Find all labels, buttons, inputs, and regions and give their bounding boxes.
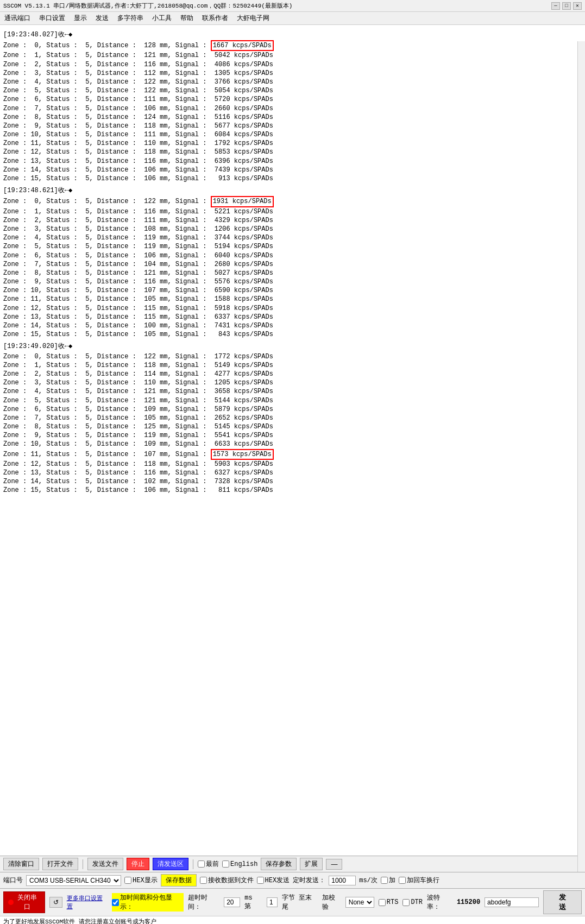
menu-multistring[interactable]: 多字符串 xyxy=(115,13,146,23)
stop-button[interactable]: 停止 xyxy=(127,858,149,870)
timeout-input[interactable] xyxy=(224,897,240,907)
timestamp-label[interactable]: 加时间戳和分包显示： xyxy=(112,893,184,912)
timeout-unit: ms 第 xyxy=(244,894,262,911)
zone-9-line-2: Zone : 9, Status : 5, Distance : 116 mm,… xyxy=(3,277,582,286)
zone-9-line-1: Zone : 9, Status : 5, Distance : 118 mm,… xyxy=(3,122,582,130)
zone-2-line-2: Zone : 2, Status : 5, Distance : 111 mm,… xyxy=(3,216,582,225)
last-checkbox[interactable] xyxy=(198,860,205,868)
english-checkbox[interactable] xyxy=(222,860,229,868)
main-wrapper: [19:23:48.027]收←◆ Zone : 0, Status : 5, … xyxy=(0,25,585,856)
menu-contact[interactable]: 联系作者 xyxy=(200,13,230,23)
menu-daxia[interactable]: 大虾电子网 xyxy=(235,13,272,23)
maximize-button[interactable]: □ xyxy=(562,2,571,10)
minimize-button[interactable]: — xyxy=(551,2,560,10)
timestamp-1: [19:23:48.027]收←◆ xyxy=(3,30,582,39)
add-newline-checkbox[interactable] xyxy=(399,877,406,884)
open-file-button[interactable]: 打开文件 xyxy=(42,858,78,870)
zone-1-line-2: Zone : 1, Status : 5, Distance : 116 mm,… xyxy=(3,207,582,216)
main-content[interactable]: [19:23:48.027]收←◆ Zone : 0, Status : 5, … xyxy=(0,25,585,856)
promo-row: 为了更好地发展SSCOM软件 请您注册嘉立创账号成为客户 xyxy=(0,916,585,924)
zone-13-line-2: Zone : 13, Status : 5, Distance : 115 mm… xyxy=(3,313,582,321)
save-data-button[interactable]: 保存数据 xyxy=(161,874,197,887)
add-counter-text: 加 xyxy=(389,876,395,885)
title-bar: SSCOM V5.13.1 串口/网络数据调试器,作者:大虾丁丁,2618058… xyxy=(0,0,585,12)
scrollbar[interactable] xyxy=(577,41,585,872)
dtr-text: DTR xyxy=(411,898,423,906)
last-label: 最前 xyxy=(206,859,219,869)
byte-unit: 字节 至末尾 xyxy=(282,893,318,912)
rts-checkbox[interactable] xyxy=(379,899,386,906)
circle-icon xyxy=(8,900,14,905)
zone-3-line-2: Zone : 3, Status : 5, Distance : 108 mm,… xyxy=(3,225,582,233)
zone-4-line-1: Zone : 4, Status : 5, Distance : 122 mm,… xyxy=(3,78,582,86)
close-port-label: 关闭串口 xyxy=(15,893,40,912)
menu-tools[interactable]: 小工具 xyxy=(150,13,174,23)
send-input-field[interactable] xyxy=(485,897,539,907)
rts-label[interactable]: RTS xyxy=(379,898,399,906)
zone-13-line-1: Zone : 13, Status : 5, Distance : 116 mm… xyxy=(3,157,582,166)
recv-to-file-label[interactable]: 接收数据到文件 xyxy=(200,876,254,885)
hex-display-checkbox[interactable] xyxy=(124,877,131,884)
dtr-checkbox[interactable] xyxy=(402,899,410,906)
close-button[interactable]: ✕ xyxy=(573,2,582,10)
menu-send[interactable]: 发送 xyxy=(93,13,111,23)
zone-8-line-1: Zone : 8, Status : 5, Distance : 124 mm,… xyxy=(3,113,582,122)
add-newline-text: 加回车换行 xyxy=(407,876,439,885)
save-params-button[interactable]: 保存参数 xyxy=(261,858,297,870)
hex-send-label[interactable]: HEX发送 xyxy=(257,876,290,885)
send-button[interactable]: 发 送 xyxy=(543,890,582,914)
collapse-button[interactable]: — xyxy=(326,859,342,870)
zone-6-line-1: Zone : 6, Status : 5, Distance : 111 mm,… xyxy=(3,95,582,104)
zone-0-line-3: Zone : 0, Status : 5, Distance : 122 mm,… xyxy=(3,352,582,361)
dtr-label[interactable]: DTR xyxy=(402,898,423,906)
menu-comm-port[interactable]: 通讯端口 xyxy=(2,13,33,23)
rts-text: RTS xyxy=(387,898,399,906)
send-file-button[interactable]: 发送文件 xyxy=(87,858,123,870)
clear-window-button[interactable]: 清除窗口 xyxy=(3,858,39,870)
zone-5-line-2: Zone : 5, Status : 5, Distance : 119 mm,… xyxy=(3,242,582,251)
baud-label: 波特率： xyxy=(427,893,452,912)
menu-display[interactable]: 显示 xyxy=(72,13,89,23)
hex-send-checkbox[interactable] xyxy=(257,877,264,884)
signal-highlighted-3: 1573 kcps/SPADs xyxy=(211,449,274,460)
timestamp-3: [19:23:49.020]收←◆ xyxy=(3,342,582,351)
byte-input[interactable] xyxy=(267,897,278,907)
hex-display-label[interactable]: HEX显示 xyxy=(124,876,158,885)
english-checkbox-label[interactable]: English xyxy=(222,860,257,868)
add-counter-checkbox[interactable] xyxy=(381,877,388,884)
add-newline-label[interactable]: 加回车换行 xyxy=(399,876,439,885)
window-controls: — □ ✕ xyxy=(551,2,582,10)
zone-12-line-1: Zone : 12, Status : 5, Distance : 118 mm… xyxy=(3,148,582,156)
zone-3-line-3: Zone : 3, Status : 5, Distance : 110 mm,… xyxy=(3,378,582,387)
send-area-button[interactable]: 清发送区 xyxy=(153,858,188,870)
close-port-button[interactable]: 关闭串口 xyxy=(3,891,45,913)
zone-6-line-3: Zone : 6, Status : 5, Distance : 109 mm,… xyxy=(3,405,582,414)
zone-0-line-2: Zone : 0, Status : 5, Distance : 122 mm,… xyxy=(3,196,582,207)
zone-4-line-3: Zone : 4, Status : 5, Distance : 121 mm,… xyxy=(3,387,582,396)
expand-button[interactable]: 扩展 xyxy=(300,858,323,870)
rts-row: 关闭串口 ↺ 更多串口设置置 加时间戳和分包显示： 超时时间： ms 第 字节 … xyxy=(0,888,585,916)
menu-serial-settings[interactable]: 串口设置 xyxy=(37,13,67,23)
zone-15-line-2: Zone : 15, Status : 5, Distance : 105 mm… xyxy=(3,330,582,339)
last-checkbox-label[interactable]: 最前 xyxy=(198,859,219,869)
add-counter-label[interactable]: 加 xyxy=(381,876,395,885)
zone-12-line-2: Zone : 12, Status : 5, Distance : 115 mm… xyxy=(3,304,582,313)
zone-15-line-3: Zone : 15, Status : 5, Distance : 106 mm… xyxy=(3,486,582,495)
zone-14-line-2: Zone : 14, Status : 5, Distance : 100 mm… xyxy=(3,321,582,330)
timestamp-checkbox[interactable] xyxy=(112,899,119,906)
zone-5-line-3: Zone : 5, Status : 5, Distance : 121 mm,… xyxy=(3,396,582,405)
menu-help[interactable]: 帮助 xyxy=(178,13,196,23)
timed-value-input[interactable] xyxy=(329,876,356,885)
signal-highlighted-2: 1931 kcps/SPADs xyxy=(211,196,274,207)
checksum-select[interactable]: None xyxy=(345,897,374,908)
zone-0-line-1: Zone : 0, Status : 5, Distance : 128 mm,… xyxy=(3,40,582,51)
signal-highlighted-1: 1667 kcps/SPADs xyxy=(211,40,274,51)
refresh-button[interactable]: ↺ xyxy=(49,897,62,908)
separator-1 xyxy=(83,859,83,869)
zone-6-line-2: Zone : 6, Status : 5, Distance : 106 mm,… xyxy=(3,251,582,260)
recv-to-file-checkbox[interactable] xyxy=(200,877,207,884)
zone-10-line-3: Zone : 10, Status : 5, Distance : 109 mm… xyxy=(3,440,582,448)
port-select[interactable]: COM3 USB-SERIAL CH340 xyxy=(26,875,121,886)
zone-8-line-2: Zone : 8, Status : 5, Distance : 121 mm,… xyxy=(3,269,582,277)
more-ports-label: 更多串口设置置 xyxy=(67,894,108,910)
